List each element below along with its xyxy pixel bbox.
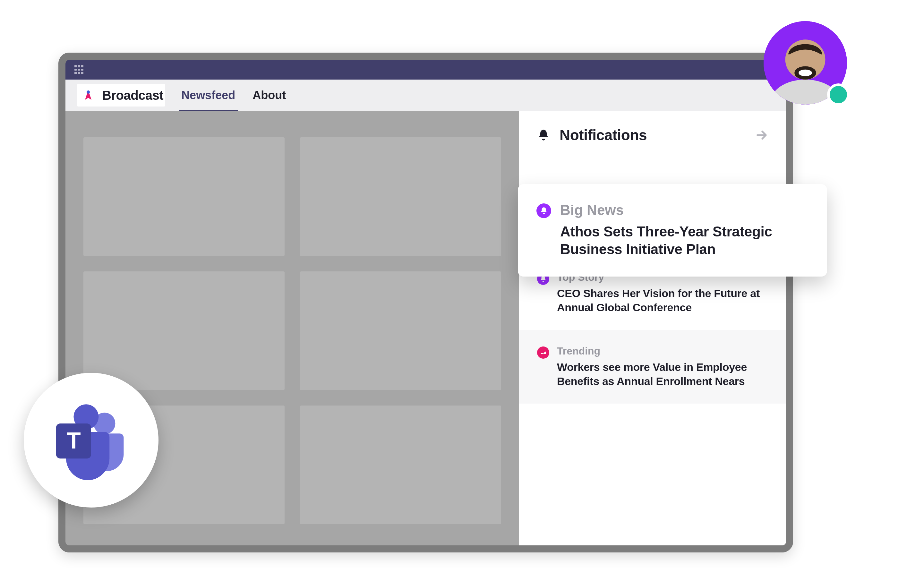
- notifications-header: Notifications: [519, 111, 786, 157]
- notification-category: Big News: [560, 202, 808, 218]
- bell-icon: [536, 203, 551, 218]
- notification-headline: Athos Sets Three-Year Strategic Business…: [560, 223, 808, 258]
- content-area: Notifications Top Story CEO Shares Her V…: [66, 111, 786, 545]
- notifications-title: Notifications: [559, 126, 746, 144]
- app-launcher-icon[interactable]: [74, 65, 83, 74]
- notification-headline: CEO Shares Her Vision for the Future at …: [557, 287, 768, 314]
- notifications-panel: Notifications Top Story CEO Shares Her V…: [519, 111, 786, 545]
- app-tabbar: Broadcast Newsfeed About: [66, 79, 786, 111]
- svg-text:T: T: [66, 427, 81, 453]
- svg-point-5: [799, 69, 812, 76]
- ms-teams-badge-icon: T: [24, 373, 158, 508]
- trend-icon: [537, 347, 549, 359]
- teams-titlebar: [66, 59, 786, 79]
- app-window: Broadcast Newsfeed About Notifications: [58, 53, 793, 553]
- feed-card-placeholder[interactable]: [83, 271, 285, 390]
- app-name: Broadcast: [102, 88, 163, 103]
- app-chip[interactable]: Broadcast: [77, 84, 165, 107]
- feed-card-placeholder[interactable]: [300, 406, 501, 524]
- tab-about[interactable]: About: [251, 81, 287, 110]
- presence-indicator: [827, 83, 850, 106]
- svg-point-0: [87, 91, 90, 94]
- featured-notification-card[interactable]: Big News Athos Sets Three-Year Strategic…: [518, 184, 827, 277]
- notification-item[interactable]: Trending Workers see more Value in Emplo…: [519, 330, 786, 404]
- tab-newsfeed[interactable]: Newsfeed: [180, 81, 236, 110]
- feed-card-placeholder[interactable]: [300, 271, 501, 390]
- notification-headline: Workers see more Value in Employee Benef…: [557, 360, 768, 388]
- feed-card-placeholder[interactable]: [83, 137, 285, 256]
- app-logo-icon: [80, 87, 96, 103]
- arrow-right-icon[interactable]: [755, 129, 768, 142]
- bell-icon: [537, 129, 550, 142]
- feed-card-placeholder[interactable]: [300, 137, 501, 256]
- notification-category: Trending: [557, 345, 768, 357]
- user-avatar[interactable]: [764, 21, 847, 105]
